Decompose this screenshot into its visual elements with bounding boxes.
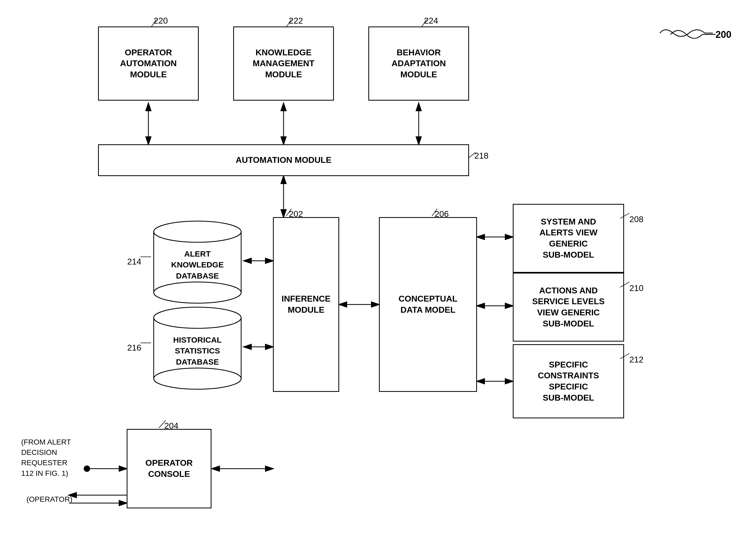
svg-line-37 — [620, 354, 629, 359]
ref-216: 216 — [127, 343, 141, 353]
ref-214: 214 — [127, 257, 141, 267]
specific-constraints: SPECIFIC CONSTRAINTS SPECIFIC SUB-MODEL — [513, 344, 624, 418]
ref-line-218 — [466, 148, 482, 161]
automation-module: AUTOMATION MODULE — [98, 144, 469, 176]
svg-point-32 — [154, 307, 241, 328]
knowledge-management-label: KNOWLEDGE MANAGEMENT MODULE — [253, 47, 314, 80]
operator-annotation: (OPERATOR) — [26, 495, 72, 504]
svg-line-34 — [159, 420, 166, 428]
inference-module-label: INFERENCE MODULE — [282, 293, 331, 315]
operator-automation-label: OPERATOR AUTOMATION MODULE — [120, 47, 177, 80]
svg-point-16 — [84, 465, 90, 472]
ref-line-214 — [140, 254, 154, 259]
actions-service-levels: ACTIONS AND SERVICE LEVELS VIEW GENERIC … — [513, 273, 624, 342]
ref-line-220 — [143, 15, 159, 28]
ref-line-212 — [620, 352, 636, 361]
diagram: OPERATOR AUTOMATION MODULE 220 KNOWLEDGE… — [0, 0, 751, 560]
historical-statistics-db-label: HISTORICAL STATISTICS DATABASE — [168, 335, 227, 367]
historical-statistics-db: HISTORICAL STATISTICS DATABASE — [151, 303, 244, 391]
ref-line-222 — [278, 15, 294, 28]
ref-line-204 — [154, 418, 170, 428]
ref-line-208 — [620, 212, 636, 221]
svg-line-25 — [432, 208, 437, 216]
conceptual-data-model: CONCEPTUAL DATA MODEL — [379, 217, 477, 392]
ref-line-206 — [424, 206, 440, 217]
ref-line-224 — [413, 15, 429, 28]
ref-line-202 — [278, 206, 294, 217]
automation-module-label: AUTOMATION MODULE — [236, 155, 331, 166]
ref-squiggle-200 — [657, 25, 715, 41]
diagram-ref-200: 200 — [715, 29, 731, 40]
svg-line-21 — [286, 19, 291, 27]
svg-line-23 — [469, 152, 476, 158]
knowledge-management-module: KNOWLEDGE MANAGEMENT MODULE — [233, 26, 334, 101]
system-alerts-view: SYSTEM AND ALERTS VIEW GENERIC SUB-MODEL — [513, 204, 624, 273]
svg-line-22 — [421, 19, 427, 27]
svg-point-28 — [154, 221, 241, 242]
svg-line-20 — [151, 19, 156, 27]
operator-console: OPERATOR CONSOLE — [127, 429, 211, 508]
svg-line-24 — [286, 208, 291, 216]
svg-point-31 — [154, 368, 241, 389]
specific-constraints-label: SPECIFIC CONSTRAINTS SPECIFIC SUB-MODEL — [538, 359, 599, 403]
operator-automation-module: OPERATOR AUTOMATION MODULE — [98, 26, 199, 101]
svg-line-35 — [620, 213, 629, 218]
alert-knowledge-db-label: ALERT KNOWLEDGE DATABASE — [166, 248, 229, 281]
system-alerts-view-label: SYSTEM AND ALERTS VIEW GENERIC SUB-MODEL — [540, 216, 598, 260]
ref-line-216 — [140, 340, 154, 345]
operator-console-label: OPERATOR CONSOLE — [146, 458, 193, 480]
svg-line-36 — [620, 282, 629, 287]
behavior-adaptation-label: BEHAVIOR ADAPTATION MODULE — [391, 47, 446, 80]
inference-module: INFERENCE MODULE — [273, 217, 339, 392]
alert-knowledge-db: ALERT KNOWLEDGE DATABASE — [151, 217, 244, 304]
svg-point-27 — [154, 282, 241, 303]
behavior-adaptation-module: BEHAVIOR ADAPTATION MODULE — [368, 26, 469, 101]
ref-line-210 — [620, 281, 636, 290]
from-alert-annotation: (FROM ALERT DECISION REQUESTER 112 IN FI… — [21, 437, 71, 478]
conceptual-data-model-label: CONCEPTUAL DATA MODEL — [399, 293, 457, 315]
actions-service-levels-label: ACTIONS AND SERVICE LEVELS VIEW GENERIC … — [532, 285, 604, 329]
